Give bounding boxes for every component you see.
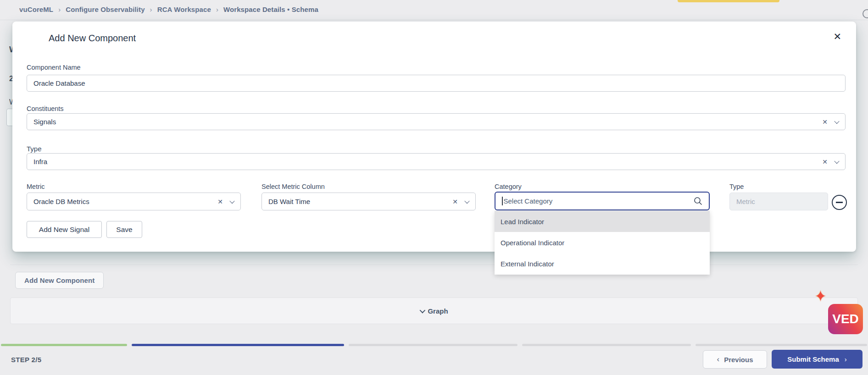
chevron-right-icon: ›	[845, 355, 847, 363]
category-search-input[interactable]: Select Category	[495, 192, 710, 210]
search-icon	[694, 197, 702, 205]
add-new-signal-button[interactable]: Add New Signal	[27, 221, 102, 238]
constituents-value: Signals	[33, 118, 822, 126]
progress-segment-2-current	[132, 344, 344, 346]
highlight-strip	[678, 0, 779, 2]
breadcrumb-item-rca-workspace[interactable]: RCA Workspace	[157, 6, 211, 13]
category-label: Category	[495, 183, 522, 190]
chevron-right-icon: ›	[58, 6, 61, 13]
chevron-right-icon: ›	[216, 6, 218, 13]
constituents-select[interactable]: Signals ✕	[27, 113, 846, 130]
component-name-value: Oracle Database	[33, 79, 839, 87]
close-icon[interactable]: ✕	[833, 32, 841, 41]
breadcrumb-item-configure-observability[interactable]: Configure Observability	[66, 6, 145, 13]
remove-signal-icon[interactable]	[832, 195, 847, 210]
breadcrumb-current: Workspace Details • Schema	[223, 6, 318, 13]
previous-button[interactable]: ‹ Previous	[703, 350, 767, 369]
chevron-down-icon[interactable]	[834, 118, 839, 123]
clear-icon[interactable]: ✕	[822, 158, 828, 165]
dropdown-option-operational-indicator[interactable]: Operational Indicator	[495, 232, 710, 253]
breadcrumb: vuCoreML › Configure Observability › RCA…	[19, 6, 318, 13]
progress-segment-1-done	[1, 344, 127, 346]
submit-button-label: Submit Schema	[787, 355, 839, 363]
constituents-label: Constituents	[27, 105, 64, 112]
graph-collapse-bar[interactable]: Graph	[10, 298, 858, 324]
component-name-label: Component Name	[27, 64, 81, 71]
chevron-down-icon	[420, 307, 426, 313]
add-new-component-button[interactable]: Add New Component	[15, 272, 104, 289]
metric-select[interactable]: Oracle DB Metrics ✕	[27, 193, 241, 210]
ved-logo[interactable]: VED	[828, 304, 863, 334]
category-dropdown: Lead Indicator Operational Indicator Ext…	[495, 211, 710, 275]
modal-title: Add New Component	[49, 33, 136, 44]
save-button[interactable]: Save	[106, 221, 142, 238]
dropdown-option-external-indicator[interactable]: External Indicator	[495, 254, 710, 275]
chevron-left-icon: ‹	[717, 355, 719, 364]
progress-segment-3	[349, 344, 517, 346]
metric-value: Oracle DB Metrics	[33, 198, 217, 205]
type-value: Infra	[33, 158, 822, 165]
select-metric-column-label: Select Metric Column	[262, 183, 325, 190]
signal-type-placeholder: Metric	[736, 198, 821, 205]
previous-button-label: Previous	[724, 356, 753, 364]
chevron-down-icon[interactable]	[834, 158, 839, 163]
step-indicator: STEP 2/5	[11, 356, 41, 364]
breadcrumb-item-vucoreml[interactable]: vuCoreML	[19, 6, 53, 13]
chevron-down-icon[interactable]	[229, 198, 234, 203]
type-label: Type	[27, 145, 42, 153]
progress-segment-4	[522, 344, 691, 346]
metric-label: Metric	[27, 183, 45, 190]
chevron-right-icon: ›	[150, 6, 152, 13]
graph-toggle-label: Graph	[428, 307, 448, 315]
component-name-input[interactable]: Oracle Database	[27, 75, 846, 92]
metric-column-value: DB Wait Time	[268, 198, 452, 205]
clock-icon[interactable]	[862, 9, 868, 18]
signal-type-label: Type	[729, 183, 744, 190]
text-cursor	[502, 197, 503, 205]
chevron-down-icon[interactable]	[464, 198, 469, 203]
submit-schema-button[interactable]: Submit Schema ›	[772, 350, 862, 369]
content-divider	[10, 265, 858, 265]
metric-column-select[interactable]: DB Wait Time ✕	[262, 193, 476, 210]
clear-icon[interactable]: ✕	[452, 198, 458, 205]
type-select[interactable]: Infra ✕	[27, 153, 846, 170]
dropdown-option-lead-indicator[interactable]: Lead Indicator	[495, 211, 710, 232]
clear-icon[interactable]: ✕	[217, 198, 223, 205]
top-bar: vuCoreML › Configure Observability › RCA…	[0, 0, 868, 20]
add-new-component-modal: Add New Component ✕ Component Name Oracl…	[12, 22, 856, 252]
clear-icon[interactable]: ✕	[822, 118, 828, 126]
category-placeholder: Select Category	[504, 197, 694, 205]
signal-type-input-disabled: Metric	[729, 193, 828, 210]
sparkle-icon: ✦	[815, 287, 826, 305]
progress-segment-5	[696, 344, 867, 346]
